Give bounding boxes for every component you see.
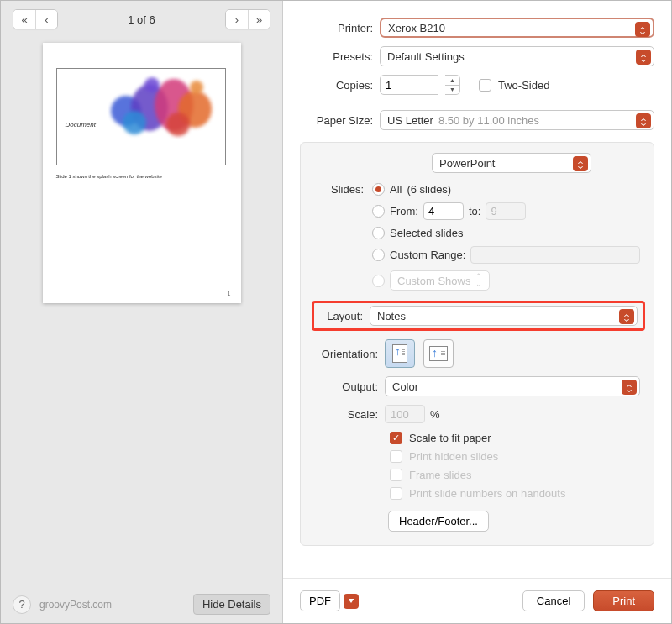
slides-custom-range-row: Custom Range: [370,246,640,264]
frame-slides-row: Frame slides [388,469,640,481]
hidden-slides-row: Print hidden slides [388,450,640,463]
slides-to-label: to: [469,205,480,218]
nav-forward-group: › » [225,9,270,29]
output-label: Output: [314,380,385,393]
presets-label: Presets: [300,50,380,63]
copies-control: ▲ ▼ Two-Sided [380,75,549,95]
nav-next-button[interactable]: › [226,10,248,29]
paper-size-label: Paper Size: [300,114,380,127]
stepper-up-icon[interactable]: ▲ [445,76,459,86]
presets-value: Default Settings [387,50,465,63]
dropdown-caret-icon [636,113,651,128]
slides-all-count: (6 slides) [407,183,451,196]
nav-first-button[interactable]: « [13,10,35,29]
hide-details-button[interactable]: Hide Details [193,594,270,615]
orientation-row: Orientation: ↑ ↑ [314,339,640,368]
hidden-slides-checkbox [390,450,402,463]
layout-highlight: Layout: Notes [312,301,645,331]
printer-value: Xerox B210 [388,22,445,34]
presets-select[interactable]: Default Settings [380,46,654,66]
printer-label: Printer: [300,22,380,34]
orientation-landscape-button[interactable]: ↑ [423,339,454,368]
two-sided-checkbox[interactable] [479,79,491,92]
slides-from-label: From: [390,205,418,218]
pdf-dropdown-icon[interactable] [344,594,359,609]
output-value: Color [392,380,418,393]
layout-select[interactable]: Notes [370,306,638,326]
dropdown-caret-icon [636,50,651,65]
slides-custom-shows-radio [372,275,385,287]
copies-row: Copies: ▲ ▼ Two-Sided [300,75,654,95]
slide-numbers-checkbox [390,487,402,500]
orientation-portrait-button[interactable]: ↑ [385,339,415,368]
dropdown-caret-icon [573,156,588,171]
slides-all-label: All [390,183,402,196]
orientation-buttons: ↑ ↑ [385,339,454,368]
output-select[interactable]: Color [385,376,640,396]
slides-from-input[interactable] [423,202,464,220]
layout-value: Notes [377,310,406,322]
frame-slides-label: Frame slides [409,469,471,481]
two-sided-label: Two-Sided [498,79,549,92]
preview-nav: « ‹ 1 of 6 › » [1,1,282,38]
slides-all-row: All (6 slides) [370,183,640,196]
nav-last-button[interactable]: » [248,10,270,29]
slide-numbers-label: Print slide numbers on handouts [409,487,565,500]
paper-size-row: Paper Size: US Letter 8.50 by 11.00 inch… [300,110,654,130]
scale-percent: % [430,408,440,421]
slide-numbers-row: Print slide numbers on handouts [388,487,640,500]
cancel-button[interactable]: Cancel [522,590,585,611]
app-section-select[interactable]: PowerPoint [432,153,591,173]
custom-range-input[interactable] [470,246,640,264]
dialog-footer: PDF Cancel Print [283,578,671,623]
nav-prev-button[interactable]: ‹ [35,10,57,29]
slides-all-radio[interactable] [372,183,385,196]
speaker-note: Slide 1 shows the splash screen for the … [56,174,228,179]
copies-stepper[interactable]: ▲ ▼ [445,75,460,95]
pdf-button[interactable]: PDF [300,590,340,611]
copies-label: Copies: [300,79,380,92]
slides-from-radio[interactable] [372,205,385,218]
app-options-section: PowerPoint Slides: All (6 slides) From: [300,142,654,546]
slides-options: All (6 slides) From: to: Selected slides [370,183,640,297]
preview-area: Document Slide 1 shows the splash screen… [1,38,282,585]
dropdown-caret-icon [635,22,650,37]
header-footer-button[interactable]: Header/Footer... [388,511,489,532]
copies-input[interactable] [380,75,438,95]
scale-input [385,405,425,423]
output-row: Output: Color [314,376,640,396]
paper-size-select[interactable]: US Letter 8.50 by 11.00 inches [380,110,654,130]
paper-size-value: US Letter [387,114,433,127]
slides-custom-range-radio[interactable] [372,249,385,261]
preview-page: Document Slide 1 shows the splash screen… [43,43,241,303]
splatter-graphic [108,74,225,158]
custom-shows-label: Custom Shows [397,275,470,287]
portrait-icon: ↑ [392,344,407,363]
slides-custom-range-label: Custom Range: [390,249,465,261]
preview-page-number: 1 [228,291,231,296]
printer-select[interactable]: Xerox B210 [380,18,654,38]
slides-from-row: From: to: [370,202,640,220]
help-button[interactable]: ? [13,595,31,614]
landscape-icon: ↑ [429,346,448,361]
scale-label: Scale: [314,408,385,421]
fit-paper-checkbox[interactable]: ✓ [390,432,402,444]
print-button[interactable]: Print [593,590,654,611]
stepper-down-icon[interactable]: ▼ [445,86,459,95]
watermark-text: groovyPost.com [39,599,185,611]
layout-row: Layout: Notes [317,306,638,326]
page-indicator: 1 of 6 [58,13,225,26]
dropdown-caret-icon [619,309,634,324]
slides-to-input[interactable] [486,202,526,220]
slides-selected-row: Selected slides [370,227,640,239]
fit-paper-label: Scale to fit paper [409,432,491,444]
scale-row: Scale: % [314,405,640,423]
presets-row: Presets: Default Settings [300,46,654,66]
slides-selected-radio[interactable] [372,227,385,239]
preview-panel: « ‹ 1 of 6 › » [1,1,283,623]
print-dialog: « ‹ 1 of 6 › » [0,0,672,624]
layout-label: Layout: [317,310,370,322]
slides-selected-label: Selected slides [390,227,463,239]
paper-size-detail: 8.50 by 11.00 inches [438,114,539,127]
dropdown-caret-icon [622,380,637,395]
